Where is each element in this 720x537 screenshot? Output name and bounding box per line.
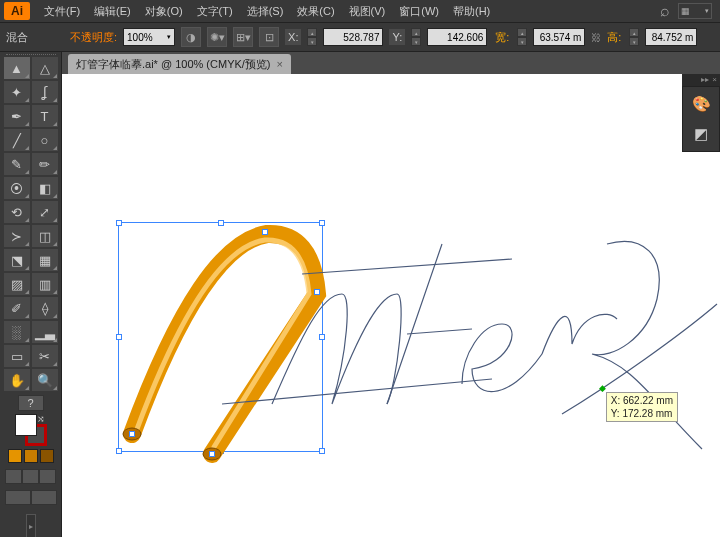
symbol-sprayer-tool[interactable]: ░ xyxy=(4,321,30,343)
pen-tool[interactable]: ✒ xyxy=(4,105,30,127)
right-panel-dock: ▸▸× 🎨◩ xyxy=(682,74,720,152)
draw-normal-button[interactable] xyxy=(5,469,22,484)
swatch-b[interactable] xyxy=(24,449,38,463)
x-label: X: xyxy=(285,29,301,45)
transform-ref-button[interactable]: ⊡ xyxy=(259,27,279,47)
lasso-tool[interactable]: ʆ xyxy=(32,81,58,103)
panel-header[interactable]: ▸▸× xyxy=(682,74,720,86)
line-tool[interactable]: ╱ xyxy=(4,129,30,151)
options-bar: 混合 不透明度: 100%▾ ◑ ✺▾ ⊞▾ ⊡ X: ▴▾ 528.787 Y… xyxy=(0,22,720,52)
paintbrush-tool[interactable]: ✎ xyxy=(4,153,30,175)
perspective-tool[interactable]: ▦ xyxy=(32,249,58,271)
swatch-row xyxy=(8,449,54,463)
slice-tool[interactable]: ✂ xyxy=(32,345,58,367)
document-area: 灯管字体临摹.ai* @ 100% (CMYK/预览) × xyxy=(62,52,720,537)
opacity-label: 不透明度: xyxy=(70,30,117,45)
close-icon[interactable]: × xyxy=(712,75,717,85)
workspace-dropdown[interactable]: ▦▾ xyxy=(678,3,712,19)
rotate-tool[interactable]: ⟲ xyxy=(4,201,30,223)
shape-builder-tool[interactable]: ⬔ xyxy=(4,249,30,271)
eyedropper-tool[interactable]: ✐ xyxy=(4,297,30,319)
blob-brush-tool[interactable]: ⦿ xyxy=(4,177,30,199)
menu-type[interactable]: 文字(T) xyxy=(191,2,239,21)
y-label: Y: xyxy=(389,29,405,45)
scale-tool[interactable]: ⤢ xyxy=(32,201,58,223)
anchor-point[interactable] xyxy=(129,431,135,437)
menu-help[interactable]: 帮助(H) xyxy=(447,2,496,21)
drawing-modes xyxy=(5,469,56,484)
collapse-icon[interactable]: ▸▸ xyxy=(701,75,709,85)
document-tab[interactable]: 灯管字体临摹.ai* @ 100% (CMYK/预览) × xyxy=(68,54,291,74)
align-button[interactable]: ⊞▾ xyxy=(233,27,253,47)
close-icon[interactable]: × xyxy=(277,58,283,70)
canvas[interactable]: ◆ X: 662.22 mm Y: 172.28 mm xyxy=(62,74,720,537)
draw-inside-button[interactable] xyxy=(39,469,56,484)
screen-mode-button[interactable] xyxy=(5,490,31,505)
menu-effect[interactable]: 效果(C) xyxy=(291,2,340,21)
type-tool[interactable]: T xyxy=(32,105,58,127)
mesh-tool[interactable]: ▨ xyxy=(4,273,30,295)
ellipse-tool[interactable]: ○ xyxy=(32,129,58,151)
direct-selection-tool[interactable]: △ xyxy=(32,57,58,79)
eraser-tool[interactable]: ◧ xyxy=(32,177,58,199)
screen-mode-2-button[interactable] xyxy=(31,490,57,505)
swap-fill-stroke-icon[interactable]: ⤭ xyxy=(37,414,45,424)
w-spinner[interactable]: ▴▾ xyxy=(517,28,527,46)
artboard-tool[interactable]: ▭ xyxy=(4,345,30,367)
x-input[interactable]: 528.787 xyxy=(323,28,383,46)
menu-window[interactable]: 窗口(W) xyxy=(393,2,445,21)
link-icon[interactable]: ⛓ xyxy=(591,28,599,46)
app-badge: Ai xyxy=(4,2,30,20)
tool-name-label: 混合 xyxy=(6,30,28,45)
swatch-c[interactable] xyxy=(40,449,54,463)
draw-behind-button[interactable] xyxy=(22,469,39,484)
blend-tool[interactable]: ⟠ xyxy=(32,297,58,319)
w-label: 宽: xyxy=(493,30,511,45)
script-path[interactable] xyxy=(212,204,720,484)
magic-wand-tool[interactable]: ✦ xyxy=(4,81,30,103)
swatches-panel-icon[interactable]: ◩ xyxy=(689,123,713,145)
width-tool[interactable]: ≻ xyxy=(4,225,30,247)
hand-tool[interactable]: ✋ xyxy=(4,369,30,391)
coordinate-tooltip: X: 662.22 mm Y: 172.28 mm xyxy=(606,392,678,422)
pencil-tool[interactable]: ✏ xyxy=(32,153,58,175)
y-input[interactable]: 142.606 xyxy=(427,28,487,46)
tools-panel: ▲△✦ʆ✒T╱○✎✏⦿◧⟲⤢≻◫⬔▦▨▥✐⟠░▁▃▭✂✋🔍 ? ⤭ xyxy=(0,52,62,537)
search-icon[interactable]: ⌕ xyxy=(656,3,674,19)
x-spinner[interactable]: ▴▾ xyxy=(307,28,317,46)
gradient-tool[interactable]: ▥ xyxy=(32,273,58,295)
menu-view[interactable]: 视图(V) xyxy=(343,2,392,21)
menu-bar: Ai 文件(F) 编辑(E) 对象(O) 文字(T) 选择(S) 效果(C) 视… xyxy=(0,0,720,22)
menu-edit[interactable]: 编辑(E) xyxy=(88,2,137,21)
coord-x: X: 662.22 mm xyxy=(611,394,673,407)
document-tab-row: 灯管字体临摹.ai* @ 100% (CMYK/预览) × xyxy=(62,52,720,74)
graph-tool[interactable]: ▁▃ xyxy=(32,321,58,343)
swatch-a[interactable] xyxy=(8,449,22,463)
coord-y: Y: 172.28 mm xyxy=(611,407,673,420)
panel-grip[interactable] xyxy=(6,54,56,55)
menu-file[interactable]: 文件(F) xyxy=(38,2,86,21)
expand-grip[interactable]: ▸ xyxy=(26,514,36,537)
fill-swatch[interactable] xyxy=(15,414,37,436)
w-input[interactable]: 63.574 m xyxy=(533,28,585,46)
selection-tool[interactable]: ▲ xyxy=(4,57,30,79)
menu-object[interactable]: 对象(O) xyxy=(139,2,189,21)
color-panel-icon[interactable]: 🎨 xyxy=(689,93,713,115)
screen-modes xyxy=(5,490,57,505)
h-label: 高: xyxy=(605,30,623,45)
h-spinner[interactable]: ▴▾ xyxy=(629,28,639,46)
help-button[interactable]: ? xyxy=(18,395,44,411)
y-spinner[interactable]: ▴▾ xyxy=(411,28,421,46)
opacity-input[interactable]: 100%▾ xyxy=(123,28,175,46)
zoom-tool[interactable]: 🔍 xyxy=(32,369,58,391)
style-button[interactable]: ◑ xyxy=(181,27,201,47)
fill-stroke-control[interactable]: ⤭ xyxy=(15,414,47,446)
recolor-button[interactable]: ✺▾ xyxy=(207,27,227,47)
h-input[interactable]: 84.752 m xyxy=(645,28,697,46)
free-transform-tool[interactable]: ◫ xyxy=(32,225,58,247)
menu-select[interactable]: 选择(S) xyxy=(241,2,290,21)
document-tab-title: 灯管字体临摹.ai* @ 100% (CMYK/预览) xyxy=(76,57,271,72)
